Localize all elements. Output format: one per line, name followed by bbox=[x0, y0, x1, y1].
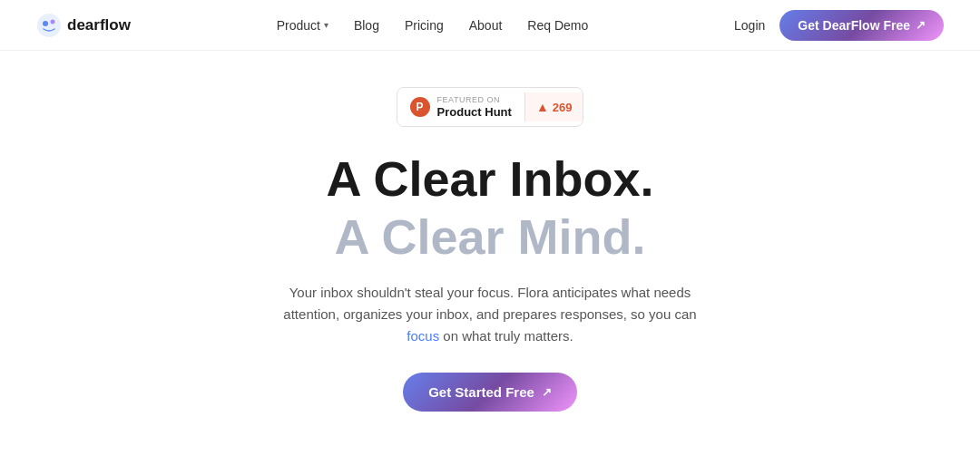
product-hunt-featured-label: FEATURED ON bbox=[437, 95, 500, 105]
get-dearflow-free-button[interactable]: Get DearFlow Free ↗ bbox=[779, 10, 944, 41]
login-button[interactable]: Login bbox=[734, 18, 765, 33]
navbar: dearflow Product ▾ Blog Pricing About Re… bbox=[0, 0, 980, 51]
logo-text: dearflow bbox=[67, 16, 131, 34]
logo[interactable]: dearflow bbox=[36, 13, 131, 38]
nav-links: Product ▾ Blog Pricing About Req Demo bbox=[277, 18, 589, 33]
product-hunt-right: ▲ 269 bbox=[524, 92, 583, 121]
svg-point-1 bbox=[43, 21, 48, 26]
nav-product[interactable]: Product ▾ bbox=[277, 18, 328, 33]
product-hunt-count: 269 bbox=[553, 101, 573, 114]
tinder-inbox-section: Tinder for Inbox Stop Ghosting Your Emai… bbox=[0, 430, 980, 475]
product-hunt-left: P FEATURED ON Product Hunt bbox=[397, 88, 524, 126]
product-hunt-name: Product Hunt bbox=[437, 105, 512, 120]
nav-actions: Login Get DearFlow Free ↗ bbox=[734, 10, 944, 41]
upvote-icon: ▲ bbox=[536, 100, 549, 114]
svg-point-2 bbox=[51, 19, 55, 24]
nav-blog[interactable]: Blog bbox=[354, 18, 379, 33]
nav-about[interactable]: About bbox=[469, 18, 503, 33]
hero-subtitle: Your inbox shouldn't steal your focus. F… bbox=[272, 282, 708, 347]
hero-section: P FEATURED ON Product Hunt ▲ 269 A Clear… bbox=[0, 51, 980, 430]
get-started-arrow-icon: ↗ bbox=[542, 385, 552, 399]
arrow-icon: ↗ bbox=[916, 18, 926, 32]
product-hunt-logo: P bbox=[410, 97, 430, 117]
hero-title-line2: A Clear Mind. bbox=[334, 210, 645, 264]
nav-req-demo[interactable]: Req Demo bbox=[527, 18, 588, 33]
get-started-free-button[interactable]: Get Started Free ↗ bbox=[403, 373, 577, 412]
nav-pricing[interactable]: Pricing bbox=[405, 18, 444, 33]
hero-title-line1: A Clear Inbox. bbox=[326, 152, 653, 206]
svg-point-0 bbox=[37, 14, 61, 37]
product-hunt-badge[interactable]: P FEATURED ON Product Hunt ▲ 269 bbox=[397, 87, 584, 127]
focus-link[interactable]: focus bbox=[407, 328, 439, 344]
logo-icon bbox=[36, 13, 62, 38]
chevron-down-icon: ▾ bbox=[324, 20, 328, 30]
